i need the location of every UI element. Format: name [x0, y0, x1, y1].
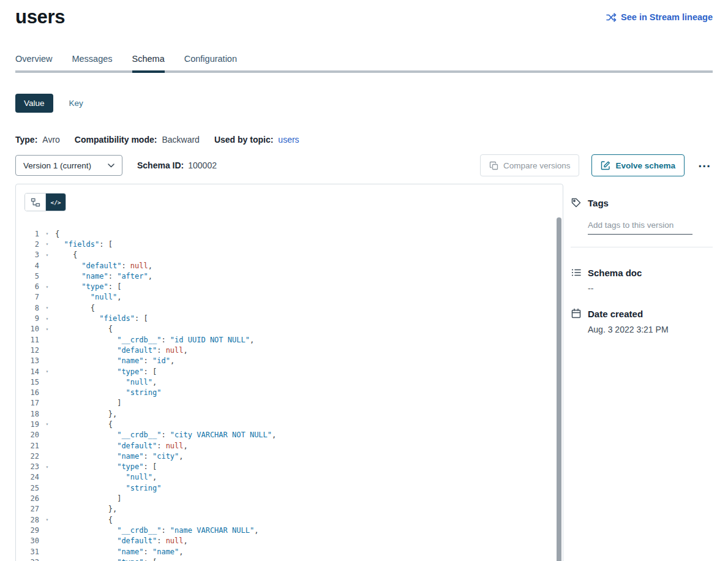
code-text: {	[55, 304, 95, 312]
line-number: 16	[16, 388, 39, 397]
fold-arrow-icon[interactable]: ▾	[39, 421, 55, 427]
add-tags-input[interactable]	[588, 218, 692, 235]
fold-arrow-icon[interactable]: ▾	[39, 316, 55, 322]
line-number: 10	[16, 325, 39, 333]
code-line: 24 "null",	[16, 472, 563, 483]
topic-link[interactable]: users	[278, 135, 299, 145]
line-number: 25	[16, 484, 39, 492]
line-number: 29	[16, 526, 39, 535]
line-number: 1	[16, 230, 39, 238]
calendar-icon	[571, 308, 582, 319]
line-number: 3	[16, 250, 39, 259]
scrollbar-thumb[interactable]	[557, 217, 561, 561]
code-line: 17 ]	[16, 398, 563, 409]
page: users See in Stream lineage Overview Mes…	[0, 0, 728, 561]
code-text: "__crdb__": "id UUID NOT NULL",	[55, 336, 254, 344]
code-line: 26 ]	[16, 493, 563, 503]
tab-overview[interactable]: Overview	[15, 54, 52, 73]
line-number: 17	[16, 399, 39, 407]
sidebar-divider	[571, 247, 713, 247]
key-toggle-button[interactable]: Key	[69, 99, 83, 108]
schema-id-value: 100002	[188, 160, 217, 170]
line-number: 22	[16, 452, 39, 461]
line-number: 19	[16, 420, 39, 429]
tab-messages[interactable]: Messages	[72, 54, 112, 73]
code-line: 19▾ {	[16, 419, 563, 429]
tab-bar: Overview Messages Schema Configuration	[15, 54, 713, 73]
evolve-schema-button[interactable]: Evolve schema	[591, 154, 685, 176]
topic-label: Used by topic:	[214, 135, 273, 145]
fold-arrow-icon[interactable]: ▾	[39, 284, 55, 290]
fold-arrow-icon[interactable]: ▾	[39, 369, 55, 374]
fold-arrow-icon[interactable]: ▾	[39, 326, 55, 332]
code-text: "default": null,	[55, 537, 188, 545]
code-view-button[interactable]: </>	[45, 194, 66, 211]
line-number: 13	[16, 356, 39, 365]
fold-arrow-icon[interactable]: ▾	[39, 252, 55, 258]
code-text: "fields": [	[55, 240, 113, 249]
code-line: 10▾ {	[16, 324, 563, 334]
code-text: "__crdb__": "name VARCHAR NULL",	[55, 526, 258, 535]
code-text: "type": [	[55, 282, 121, 291]
schema-doc-heading: Schema doc	[571, 267, 713, 278]
version-select[interactable]: Version 1 (current)	[15, 155, 122, 176]
code-line: 25 "string"	[16, 483, 563, 493]
code-line: 23▾ "type": [	[16, 462, 563, 472]
edit-icon	[601, 160, 610, 170]
code-line: 16 "string"	[16, 387, 563, 397]
tab-schema[interactable]: Schema	[132, 54, 165, 73]
code-line: 4 "default": null,	[16, 260, 563, 271]
code-line: 21 "default": null,	[16, 440, 563, 451]
tree-view-button[interactable]	[25, 194, 45, 211]
tags-section-heading: Tags	[571, 197, 713, 208]
fold-arrow-icon[interactable]: ▾	[39, 241, 55, 247]
evolve-schema-label: Evolve schema	[615, 161, 675, 170]
line-number: 14	[16, 367, 39, 376]
type-value: Avro	[42, 135, 60, 145]
code-view-icon: </>	[50, 199, 61, 206]
code-line: 9▾ "fields": [	[16, 313, 563, 323]
editor-view-toggle: </>	[24, 193, 66, 211]
fold-arrow-icon[interactable]: ▾	[39, 464, 55, 470]
code-text: },	[55, 505, 117, 513]
fold-arrow-icon[interactable]: ▾	[39, 305, 55, 311]
line-number: 30	[16, 537, 39, 545]
code-line: 32▾ "type": [	[16, 557, 563, 561]
tag-icon	[571, 197, 582, 208]
code-line: 7 "null",	[16, 292, 563, 303]
copy-icon	[489, 161, 498, 170]
schema-sidebar: Tags Schema doc	[571, 184, 713, 334]
code-text: },	[55, 410, 117, 418]
code-line: 8▾ {	[16, 303, 563, 313]
line-number: 24	[16, 473, 39, 481]
stream-lineage-link[interactable]: See in Stream lineage	[606, 12, 713, 22]
code-text: {	[55, 516, 113, 524]
fold-arrow-icon[interactable]: ▾	[39, 517, 55, 522]
value-key-toggle: Value Key	[15, 94, 713, 113]
schema-meta-row: Type: Avro Compatibility mode: Backward …	[15, 135, 713, 145]
tab-configuration[interactable]: Configuration	[184, 54, 237, 73]
code-text: "type": [	[55, 558, 157, 561]
editor-scrollbar[interactable]	[557, 217, 561, 561]
more-options-button[interactable]: ⋯	[697, 159, 713, 172]
code-text: "name": "city",	[55, 452, 184, 461]
line-number: 11	[16, 336, 39, 344]
code-line: 20 "__crdb__": "city VARCHAR NOT NULL",	[16, 430, 563, 440]
line-number: 21	[16, 442, 39, 450]
value-toggle-button[interactable]: Value	[15, 94, 53, 113]
code-lines: 1▾{2▾ "fields": [3▾ {4 "default": null,5…	[16, 228, 563, 561]
schema-editor-panel: </> 1▾{2▾ "fields": [3▾ {4 "default": nu…	[15, 184, 563, 561]
schema-id-label: Schema ID:	[137, 160, 184, 170]
schema-actions: Compare versions Evolve schema ⋯	[480, 154, 713, 176]
fold-arrow-icon[interactable]: ▾	[39, 231, 55, 236]
page-title: users	[15, 6, 65, 28]
compare-versions-button[interactable]: Compare versions	[480, 154, 580, 176]
schema-content: </> 1▾{2▾ "fields": [3▾ {4 "default": nu…	[15, 184, 713, 561]
line-number: 15	[16, 378, 39, 386]
tags-title: Tags	[588, 198, 609, 208]
tags-input-wrap	[588, 208, 713, 235]
code-line: 5 "name": "after",	[16, 271, 563, 281]
code-text: "string"	[55, 484, 161, 492]
code-line: 3▾ {	[16, 250, 563, 260]
code-text: ]	[55, 399, 121, 407]
